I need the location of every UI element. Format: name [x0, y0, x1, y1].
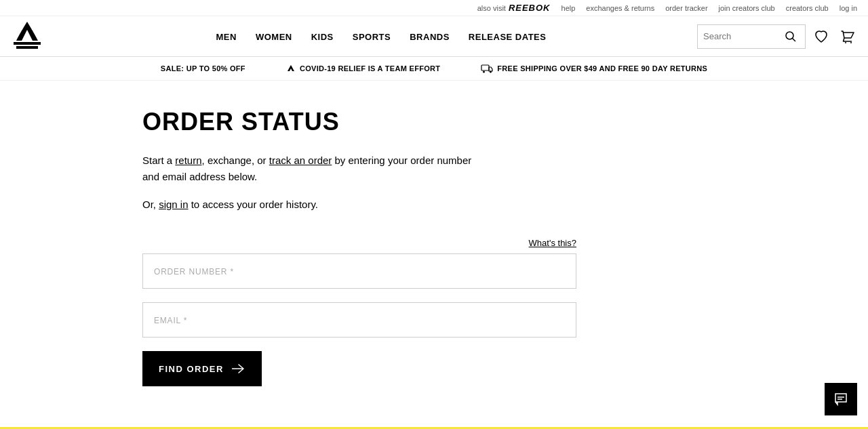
sign-in-prefix: Or,	[142, 199, 159, 210]
promo-shipping: FREE SHIPPING OVER $49 AND FREE 90 DAY R…	[481, 64, 707, 73]
promo-covid: COVID-19 RELIEF IS A TEAM EFFORT	[286, 64, 440, 73]
svg-point-7	[483, 71, 485, 73]
main-nav: MEN WOMEN KIDS SPORTS BRANDS RELEASE DAT…	[0, 16, 868, 57]
promo-covid-text: COVID-19 RELIEF IS A TEAM EFFORT	[300, 64, 440, 73]
page-description: Start a return, exchange, or track an or…	[142, 152, 481, 185]
nav-item-sports[interactable]: SPORTS	[353, 31, 391, 42]
what-this-link[interactable]: What's this?	[529, 238, 576, 248]
nav-item-brands[interactable]: BRANDS	[410, 31, 450, 42]
adidas-logo-icon	[11, 19, 43, 52]
sign-in-suffix: to access your order history.	[189, 199, 318, 210]
logo-area	[11, 19, 43, 54]
exchanges-link[interactable]: exchanges & returns	[586, 4, 654, 12]
help-link[interactable]: help	[561, 4, 576, 12]
svg-rect-1	[16, 46, 38, 49]
page-content: ORDER STATUS Start a return, exchange, o…	[129, 81, 739, 427]
nav-item-men[interactable]: MEN	[216, 31, 237, 42]
search-button[interactable]	[785, 30, 797, 43]
nav-right	[697, 24, 857, 49]
chat-icon	[833, 391, 849, 407]
svg-point-4	[845, 42, 846, 43]
wishlist-button[interactable]	[811, 26, 831, 47]
chat-button[interactable]	[825, 383, 857, 415]
sign-in-link[interactable]: sign in	[159, 199, 188, 210]
order-number-input[interactable]	[142, 253, 576, 289]
nav-item-kids[interactable]: KIDS	[311, 31, 334, 42]
heart-icon	[814, 29, 829, 44]
sign-in-line: Or, sign in to access your order history…	[142, 199, 726, 210]
find-order-label: FIND ORDER	[159, 364, 224, 374]
email-group	[142, 302, 576, 338]
truck-icon	[481, 64, 493, 73]
also-visit-label: also visit	[477, 4, 506, 12]
promo-bar: SALE: UP TO 50% OFF COVID-19 RELIEF IS A…	[0, 57, 868, 81]
creators-club-link[interactable]: creators club	[786, 4, 829, 12]
svg-point-2	[786, 32, 793, 39]
svg-point-5	[850, 42, 852, 43]
cart-icon	[840, 29, 854, 44]
also-visit: also visit Reebok	[477, 3, 551, 13]
promo-shipping-text: FREE SHIPPING OVER $49 AND FREE 90 DAY R…	[497, 64, 707, 73]
log-in-link[interactable]: log in	[840, 4, 857, 12]
description-text1: Start a	[142, 155, 175, 166]
search-icon	[785, 30, 797, 43]
join-creators-link[interactable]: join creators club	[719, 4, 775, 12]
return-link[interactable]: return	[175, 155, 201, 166]
promo-sale-text: SALE: UP TO 50% OFF	[161, 64, 245, 73]
search-input[interactable]	[703, 31, 785, 41]
nav-item-women[interactable]: WOMEN	[256, 31, 292, 42]
email-input[interactable]	[142, 302, 576, 338]
description-text2: , exchange, or	[202, 155, 269, 166]
find-order-button[interactable]: FIND ORDER	[142, 351, 262, 386]
svg-rect-6	[481, 65, 489, 70]
order-number-group	[142, 253, 576, 289]
svg-point-8	[490, 71, 492, 73]
utility-bar: also visit Reebok help exchanges & retur…	[0, 0, 868, 16]
cart-button[interactable]	[837, 26, 857, 47]
order-tracker-link[interactable]: order tracker	[665, 4, 707, 12]
svg-rect-0	[14, 42, 41, 45]
reebok-logo: Reebok	[509, 3, 551, 13]
promo-sale: SALE: UP TO 50% OFF	[161, 64, 245, 73]
reebok-link[interactable]: Reebok	[509, 3, 551, 13]
adidas-small-icon	[286, 64, 296, 73]
nav-links: MEN WOMEN KIDS SPORTS BRANDS RELEASE DAT…	[65, 31, 697, 42]
page-title: ORDER STATUS	[142, 108, 726, 136]
arrow-right-icon	[232, 364, 245, 373]
track-order-link[interactable]: track an order	[269, 155, 332, 166]
adidas-logo-link[interactable]	[11, 19, 43, 54]
svg-line-3	[793, 38, 796, 41]
nav-item-release-dates[interactable]: RELEASE DATES	[469, 31, 547, 42]
search-box	[697, 24, 806, 49]
what-this-container: What's this?	[142, 237, 576, 248]
